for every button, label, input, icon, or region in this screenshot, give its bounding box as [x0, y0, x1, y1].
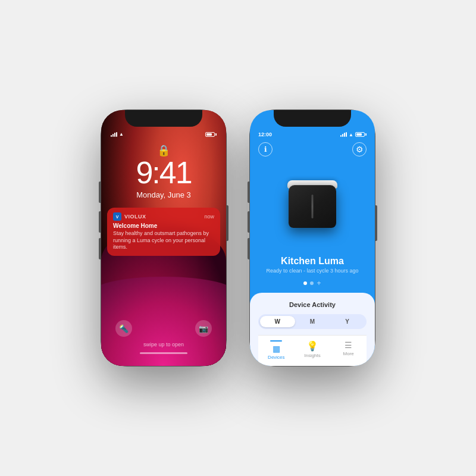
info-button[interactable]: ℹ — [258, 142, 273, 156]
add-device-button[interactable]: + — [317, 280, 321, 287]
dot-1 — [303, 281, 307, 285]
left-phone-inner: ▲ 🔒 9:41 Monday, June 3 — [101, 110, 226, 366]
device-image-area — [250, 161, 375, 256]
violux-app-icon: V — [113, 212, 121, 221]
right-phone-inner: 12:00 ▲ ℹ — [250, 110, 375, 366]
right-phone: 12:00 ▲ ℹ — [250, 110, 375, 366]
app-status-time: 12:00 — [258, 131, 272, 137]
home-bar — [140, 352, 187, 354]
device-name: Kitchen Luma — [250, 256, 375, 268]
notif-app-row: V VIOLUX — [113, 212, 146, 221]
tab-insights[interactable]: 💡 Insights — [295, 340, 331, 360]
camera-shortcut-icon[interactable]: 📷 — [195, 320, 212, 337]
luma-body — [289, 185, 336, 228]
devices-tab-label: Devices — [268, 355, 284, 360]
luma-slot — [312, 195, 314, 218]
left-signal-group: ▲ — [111, 131, 124, 137]
notif-title: Welcome Home — [113, 223, 214, 229]
right-phone-notch — [274, 110, 351, 127]
activity-title: Device Activity — [258, 301, 367, 308]
gear-icon: ⚙ — [356, 145, 364, 154]
tab-year[interactable]: Y — [330, 316, 365, 327]
tab-bar: ▦ Devices 💡 Insights ☰ More — [258, 335, 367, 366]
lock-time: 9:41 — [101, 157, 226, 188]
insights-tab-label: Insights — [304, 353, 321, 358]
bottom-panel: Device Activity W M Y ▦ Devices — [250, 293, 375, 366]
lock-screen: ▲ 🔒 9:41 Monday, June 3 — [101, 110, 226, 366]
wifi-icon: ▲ — [119, 131, 124, 137]
app-screen: 12:00 ▲ ℹ — [250, 110, 375, 366]
tab-more[interactable]: ☰ More — [330, 340, 367, 360]
tab-month[interactable]: M — [295, 316, 330, 327]
tab-active-indicator — [270, 340, 282, 342]
notif-header: V VIOLUX now — [113, 212, 214, 221]
swipe-label: swipe up to open — [101, 342, 226, 347]
lock-bottom: 🔦 📷 swipe up to open — [101, 320, 226, 354]
right-battery-icon — [355, 132, 367, 137]
notification-card: V VIOLUX now Welcome Home Stay healthy a… — [107, 208, 220, 256]
time-tabs: W M Y — [258, 314, 367, 329]
device-status: Ready to clean - last cycle 3 hours ago — [250, 268, 375, 280]
right-wifi-icon: ▲ — [349, 132, 353, 137]
signal-bars-icon — [111, 132, 117, 137]
notif-app-name: VIOLUX — [124, 214, 146, 220]
tab-week[interactable]: W — [260, 316, 295, 327]
flashlight-icon[interactable]: 🔦 — [115, 320, 132, 337]
lock-date: Monday, June 3 — [101, 190, 226, 199]
tab-devices[interactable]: ▦ Devices — [258, 340, 295, 360]
lock-shortcuts: 🔦 📷 — [101, 320, 226, 337]
app-header: ℹ ⚙ — [250, 140, 375, 161]
devices-tab-icon: ▦ — [273, 344, 280, 353]
dot-2 — [310, 281, 314, 285]
right-signal-bars-icon — [340, 132, 347, 137]
more-tab-icon: ☰ — [345, 340, 352, 350]
pagination-dots: + — [250, 280, 375, 293]
insights-tab-icon: 💡 — [306, 340, 318, 352]
scene: ▲ 🔒 9:41 Monday, June 3 — [0, 0, 476, 476]
notif-time: now — [204, 214, 214, 220]
left-phone-notch — [125, 110, 202, 127]
left-phone: ▲ 🔒 9:41 Monday, June 3 — [101, 110, 226, 366]
battery-icon — [205, 132, 217, 137]
settings-button[interactable]: ⚙ — [352, 142, 367, 156]
right-status-icons: ▲ — [340, 132, 367, 137]
more-tab-label: More — [343, 351, 354, 356]
notif-body: Stay healthy and outsmart pathogens by r… — [113, 230, 214, 251]
luma-device-image — [289, 185, 336, 233]
info-icon: ℹ — [264, 145, 267, 154]
